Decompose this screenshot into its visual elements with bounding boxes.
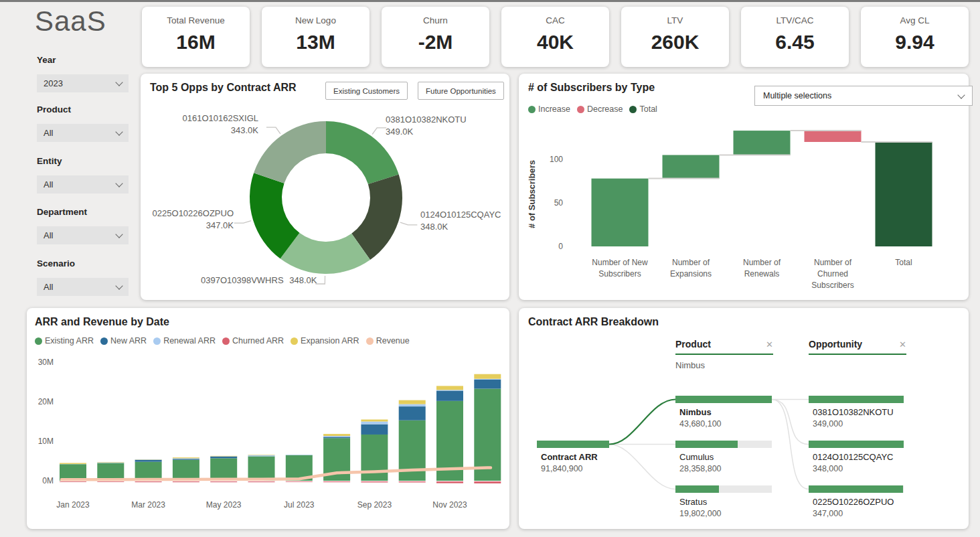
tree-node-opportunity-1[interactable]: 0381O10382NKOTU 349,000 <box>809 396 904 429</box>
tree-node-opportunity-3[interactable]: 0225O10226OZPUO 347,000 <box>809 485 904 518</box>
tree-node-stratus[interactable]: Stratus 19,802,000 <box>675 485 772 518</box>
kpi-label: LTV/CAC <box>741 15 849 25</box>
svg-text:Jan 2023: Jan 2023 <box>56 500 90 510</box>
arr-legend: Existing ARR New ARR Renewal ARR Churned… <box>35 336 416 346</box>
multiple-selections-dropdown[interactable]: Multiple selections <box>754 86 973 106</box>
product-dropdown[interactable]: All <box>37 124 129 142</box>
filter-product: Product All <box>37 104 129 142</box>
filter-label: Entity <box>37 156 129 171</box>
future-opportunities-button[interactable]: Future Opportunities <box>418 82 504 100</box>
filter-label: Product <box>37 104 129 119</box>
kpi-label: LTV <box>621 15 729 25</box>
kpi-label: Total Revenue <box>142 15 250 25</box>
dashboard-page: SaaS Year 2023 Product All Entity All De… <box>0 0 980 537</box>
svg-text:Number ofExpansions: Number ofExpansions <box>670 258 712 279</box>
revenue-legend-dot <box>366 337 374 345</box>
svg-text:0: 0 <box>558 242 563 251</box>
panel-arr-revenue-by-date: 0M10M20M30MJan 2023Mar 2023May 2023Jul 2… <box>27 308 509 529</box>
kpi-value: 260K <box>621 31 729 54</box>
svg-text:10M: 10M <box>38 437 54 446</box>
entity-dropdown[interactable]: All <box>37 175 129 194</box>
panel-title: ARR and Revenue by Date <box>35 316 169 328</box>
page-title: SaaS <box>35 5 106 37</box>
svg-text:20M: 20M <box>38 397 54 406</box>
kpi-value: 6.45 <box>741 31 849 54</box>
filter-entity: Entity All <box>37 156 129 194</box>
filter-scenario: Scenario All <box>37 258 129 296</box>
existing-customers-button[interactable]: Existing Customers <box>325 82 408 100</box>
kpi-card-ltv-cac: LTV/CAC 6.45 <box>741 7 849 67</box>
svg-text:# of Subscribers: # of Subscribers <box>527 160 537 228</box>
panel-title: Top 5 Opps by Contract ARR <box>150 82 297 94</box>
kpi-value: 16M <box>142 31 250 54</box>
svg-text:Total: Total <box>895 258 912 267</box>
scenario-dropdown[interactable]: All <box>37 278 129 296</box>
new-arr-legend-dot <box>100 337 108 345</box>
department-dropdown[interactable]: All <box>37 226 129 244</box>
donut-label: 0225O10226OZPUO 347.0K <box>153 208 234 232</box>
tree-node-contract-arr[interactable]: Contract ARR 91,840,900 <box>537 441 609 473</box>
panel-title: Contract ARR Breakdown <box>528 316 659 328</box>
year-dropdown[interactable]: 2023 <box>37 74 129 92</box>
kpi-card-avg-cl: Avg CL 9.94 <box>861 7 969 67</box>
tree-node-cumulus[interactable]: Cumulus 28,358,800 <box>675 441 772 473</box>
decomp-level-product[interactable]: Product ✕ <box>675 339 773 355</box>
dropdown-value: Multiple selections <box>763 91 831 100</box>
svg-text:Number of NewSubscribers: Number of NewSubscribers <box>592 258 648 279</box>
filter-label: Year <box>37 55 129 70</box>
svg-text:Jul 2023: Jul 2023 <box>284 500 315 510</box>
panel-title: # of Subscribers by Type <box>528 82 655 94</box>
year-dropdown-value: 2023 <box>44 78 63 88</box>
kpi-card-cac: CAC 40K <box>501 7 609 67</box>
chevron-down-icon <box>115 179 122 187</box>
panel-contract-arr-breakdown: Contract ARR Breakdown Product ✕ Opportu… <box>519 308 969 529</box>
svg-text:Sep 2023: Sep 2023 <box>357 500 392 510</box>
chevron-down-icon <box>115 128 122 135</box>
svg-text:May 2023: May 2023 <box>206 500 242 510</box>
close-icon[interactable]: ✕ <box>766 339 773 350</box>
chevron-down-icon <box>115 78 122 86</box>
kpi-label: Churn <box>382 15 489 25</box>
donut-label: 0124O10125CQAYC 348.0K <box>420 209 501 234</box>
chevron-down-icon <box>115 282 122 289</box>
kpi-value: 9.94 <box>861 31 969 54</box>
donut-label: 0381O10382NKOTU 349.0K <box>386 114 467 139</box>
chevron-down-icon <box>115 230 122 238</box>
panel-top5-opps: Top 5 Opps by Contract ARR Existing Cust… <box>141 74 509 300</box>
donut-label: 0161O10162SXIGL 343.0K <box>183 112 258 137</box>
renewal-arr-legend-dot <box>153 337 161 345</box>
decomp-level-opportunity[interactable]: Opportunity ✕ <box>809 339 906 355</box>
kpi-label: New Logo <box>262 15 370 25</box>
expansion-arr-legend-dot <box>291 337 298 345</box>
increase-legend-dot <box>528 106 536 113</box>
scenario-dropdown-value: All <box>44 282 53 292</box>
existing-arr-legend-dot <box>35 337 42 345</box>
kpi-label: CAC <box>501 15 609 25</box>
kpi-card-total-revenue: Total Revenue 16M <box>142 7 250 67</box>
filter-department: Department All <box>37 207 129 244</box>
kpi-label: Avg CL <box>861 15 969 25</box>
svg-text:50: 50 <box>554 198 564 208</box>
decrease-legend-dot <box>577 106 584 113</box>
total-legend-dot <box>629 106 637 113</box>
entity-dropdown-value: All <box>44 179 53 189</box>
tree-node-nimbus[interactable]: Nimbus 43,680,100 <box>675 396 772 429</box>
svg-text:0M: 0M <box>42 476 54 485</box>
kpi-card-churn: Churn -2M <box>382 7 489 67</box>
churned-arr-legend-dot <box>222 337 230 345</box>
kpi-value: 13M <box>262 31 370 54</box>
filter-label: Department <box>37 207 129 222</box>
svg-text:Number ofRenewals: Number ofRenewals <box>743 258 781 279</box>
close-icon[interactable]: ✕ <box>899 339 906 350</box>
svg-text:Mar 2023: Mar 2023 <box>131 500 165 510</box>
filter-year: Year 2023 <box>37 55 129 92</box>
donut-label: 0397O10398VWHRS 348.0K <box>201 275 320 287</box>
svg-text:100: 100 <box>550 155 563 164</box>
waterfall-legend: Increase Decrease Total <box>528 104 664 114</box>
panel-subscribers-by-type: 050100# of SubscribersNumber of NewSubsc… <box>519 74 969 300</box>
tree-node-opportunity-2[interactable]: 0124O10125CQAYC 348,000 <box>809 441 904 473</box>
donut-chart[interactable] <box>141 74 509 300</box>
selected-product-value: Nimbus <box>675 360 705 370</box>
department-dropdown-value: All <box>44 230 53 240</box>
kpi-card-ltv: LTV 260K <box>621 7 729 67</box>
